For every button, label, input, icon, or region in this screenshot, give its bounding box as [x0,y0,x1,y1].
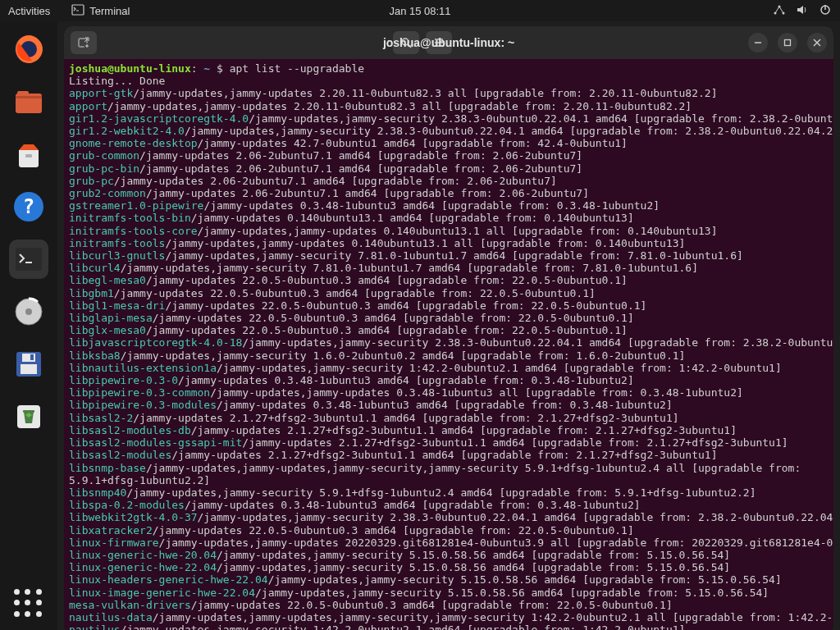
dock: ? [0,21,57,630]
dock-help[interactable]: ? [9,187,48,226]
show-applications[interactable] [14,589,43,619]
svg-text:?: ? [23,195,34,218]
dock-files[interactable] [9,82,48,121]
network-icon[interactable] [773,3,786,19]
svg-rect-21 [30,354,34,360]
maximize-button[interactable] [778,33,797,52]
svg-rect-23 [23,410,34,413]
dock-firefox[interactable] [9,30,48,69]
svg-rect-11 [25,154,32,158]
svg-rect-19 [21,364,37,374]
dock-save-icon[interactable] [9,345,48,384]
terminal-window: joshua@ubuntu-linux: ~ joshua@ubuntu-lin… [64,26,833,630]
activities-button[interactable]: Activities [8,5,50,17]
minimize-button[interactable] [748,33,768,52]
window-title: joshua@ubuntu-linux: ~ [383,36,514,49]
terminal-icon [71,3,84,19]
close-button[interactable] [807,33,827,52]
svg-rect-10 [17,91,29,96]
svg-point-17 [25,308,32,315]
dock-terminal[interactable] [9,240,48,279]
top-panel: Activities Terminal Jan 15 08:11 [0,0,840,21]
dock-disk[interactable] [9,292,48,331]
titlebar: joshua@ubuntu-linux: ~ [64,26,833,59]
svg-rect-14 [16,248,42,271]
clock[interactable]: Jan 15 08:11 [389,5,450,17]
terminal-output[interactable]: joshua@ubuntu-linux: ~ $ apt list --upgr… [64,59,833,630]
active-app-indicator[interactable]: Terminal [71,3,130,19]
svg-rect-0 [72,5,84,15]
dock-software[interactable] [9,135,48,174]
new-tab-button[interactable] [71,31,97,54]
svg-rect-9 [16,96,42,98]
volume-icon[interactable] [796,3,809,19]
dock-trash[interactable] [9,397,48,436]
svg-rect-33 [785,40,791,46]
power-icon[interactable] [819,3,832,19]
